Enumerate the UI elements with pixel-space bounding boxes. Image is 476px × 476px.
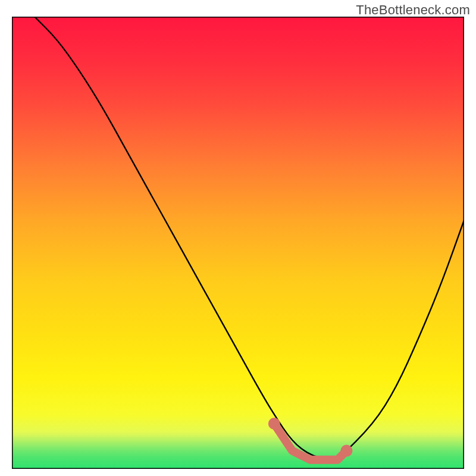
gradient-background [12,17,464,469]
chart-svg [12,17,464,469]
optimal-zone-endpoint [268,418,280,430]
watermark-text: TheBottleneck.com [356,2,470,18]
optimal-zone-endpoint [340,445,352,457]
chart-stage: TheBottleneck.com [0,0,476,476]
chart-frame [12,17,464,469]
